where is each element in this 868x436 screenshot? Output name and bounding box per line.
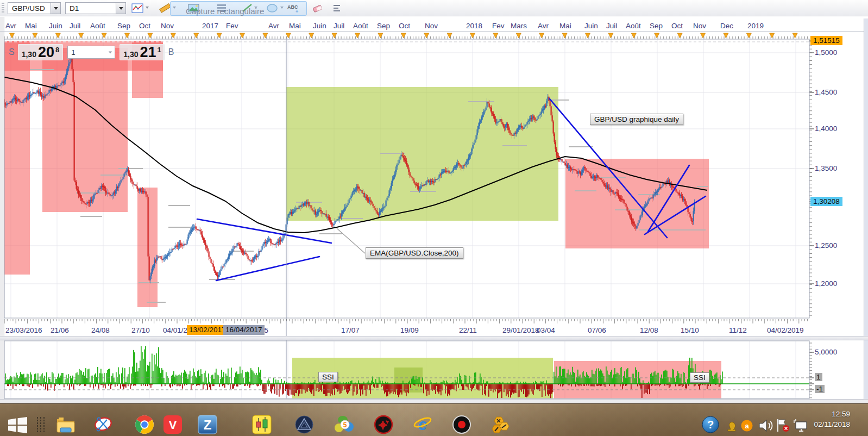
price-label: 1,2500 bbox=[815, 241, 837, 250]
chevron-down-icon[interactable] bbox=[116, 3, 125, 14]
buy-price[interactable]: 1,30 21 1 bbox=[119, 44, 165, 60]
buy-price-fraction: 1 bbox=[158, 46, 161, 54]
sell-price-base: 1,30 bbox=[22, 50, 36, 59]
price-axis-ticks bbox=[809, 41, 814, 398]
symbol-combo-value: GBP/USD bbox=[8, 4, 51, 13]
date-label: 04/01/2 bbox=[163, 326, 187, 334]
ssi-label-right[interactable]: SSI bbox=[690, 372, 709, 383]
signal-zones bbox=[4, 41, 709, 307]
snipping-tool-icon[interactable] bbox=[93, 415, 113, 434]
chevron-down-icon bbox=[109, 51, 112, 53]
date-tag-selected: 13/02/2017 bbox=[187, 325, 228, 335]
quantity-value: 1 bbox=[68, 48, 108, 57]
svg-text:a: a bbox=[745, 422, 749, 430]
flag-alert-icon[interactable] bbox=[776, 418, 791, 433]
svg-text:5: 5 bbox=[343, 421, 347, 429]
ssi-label-left[interactable]: SSI bbox=[318, 372, 338, 382]
ruler-icon bbox=[159, 3, 171, 14]
ssi-axis-tag: -1 bbox=[815, 385, 825, 393]
clock-time: 12:59 bbox=[798, 409, 850, 419]
daemon-tools-icon[interactable] bbox=[294, 415, 314, 434]
date-label: 07/06 bbox=[588, 326, 606, 334]
timeframe-combo-value: D1 bbox=[66, 4, 116, 13]
svg-text:Z: Z bbox=[204, 418, 212, 432]
symbol-combo[interactable]: GBP/USD bbox=[8, 2, 61, 14]
sell-price[interactable]: 1,30 20 8 bbox=[18, 44, 64, 60]
date-label: 04/02/2019 bbox=[767, 326, 804, 334]
panel-splitter[interactable] bbox=[0, 336, 868, 340]
buy-side-label: B bbox=[168, 47, 174, 57]
bottom-ruler bbox=[4, 319, 808, 323]
clock-date: 02/11/2018 bbox=[798, 419, 850, 429]
ema-label[interactable]: EMA(GBP/USD.Close,200) bbox=[366, 247, 463, 259]
buy-price-pips: 21 bbox=[140, 45, 156, 60]
ssi-axis-tag: 1 bbox=[815, 373, 822, 381]
date-label: 27/10 bbox=[131, 326, 150, 334]
start-button[interactable] bbox=[8, 416, 27, 436]
price-label: 1,3500 bbox=[815, 164, 837, 172]
hex-toolkit-icon[interactable] bbox=[490, 415, 510, 434]
price-label: 1,4500 bbox=[815, 88, 837, 96]
quote-box: S 1,30 20 8 1 1,30 21 1 B bbox=[7, 43, 176, 61]
gold-statue-icon[interactable] bbox=[725, 419, 739, 433]
z-app-icon[interactable]: Z bbox=[198, 415, 217, 434]
a-badge-icon[interactable]: a bbox=[741, 420, 753, 432]
toolbar-grip[interactable] bbox=[2, 3, 4, 14]
date-label: 12/08 bbox=[640, 326, 658, 334]
ssi-axis-label: 5,0000 bbox=[815, 348, 837, 356]
price-tag: 1,51515 bbox=[810, 36, 842, 45]
price-tag: 1,30208 bbox=[810, 197, 842, 206]
date-label: 23/03/2016 bbox=[5, 326, 42, 334]
help-icon[interactable]: ? bbox=[702, 416, 720, 434]
sell-price-pips: 20 bbox=[38, 45, 54, 60]
date-label: 19/09 bbox=[400, 326, 419, 334]
date-label: 03/04 bbox=[537, 326, 555, 334]
metatrader5-icon[interactable]: 5 bbox=[335, 415, 354, 434]
chrome-icon[interactable] bbox=[135, 415, 154, 434]
chevron-down-icon[interactable] bbox=[51, 3, 60, 14]
window-bottom-edge bbox=[0, 399, 868, 403]
svg-text:?: ? bbox=[707, 419, 714, 431]
capture-tooltip: Capture rectangulaire bbox=[186, 7, 264, 16]
svg-text:V: V bbox=[169, 418, 177, 432]
layout-icon bbox=[332, 3, 342, 13]
date-label: 29/01/2018 bbox=[502, 326, 539, 334]
date-label: 17/07 bbox=[341, 326, 360, 334]
vivaldi-icon[interactable]: V bbox=[163, 415, 183, 434]
top-ruler bbox=[4, 33, 808, 39]
eraser-icon bbox=[312, 3, 324, 13]
layout-button[interactable] bbox=[330, 2, 344, 15]
sell-price-fraction: 8 bbox=[55, 46, 59, 54]
date-tag-selected: 16/04/2017 bbox=[223, 325, 265, 335]
chart-type-icon bbox=[131, 3, 143, 13]
price-label: 1,4000 bbox=[815, 124, 837, 133]
vertical-scrollbar[interactable] bbox=[864, 18, 868, 403]
price-label: 1,2000 bbox=[815, 279, 837, 288]
screen-recorder-icon[interactable] bbox=[452, 415, 471, 434]
sell-side-label: S bbox=[9, 47, 15, 57]
price-label: 1,5000 bbox=[815, 48, 837, 57]
chart-type-button[interactable] bbox=[130, 2, 144, 15]
chevron-down-icon[interactable] bbox=[146, 7, 149, 9]
candlestick-app-icon[interactable] bbox=[252, 415, 272, 434]
date-label: 22/11 bbox=[459, 326, 477, 334]
buy-price-base: 1,30 bbox=[123, 50, 138, 59]
timeframe-combo[interactable]: D1 bbox=[65, 2, 126, 14]
taskbar-clock[interactable]: 12:59 02/11/2018 bbox=[798, 409, 850, 429]
internet-explorer-icon[interactable]: e bbox=[413, 415, 432, 434]
date-label: 21/06 bbox=[51, 326, 69, 334]
gear-utility-icon[interactable] bbox=[374, 415, 393, 434]
dots-grid-icon[interactable] bbox=[36, 416, 45, 433]
chart-title-label[interactable]: GBP/USD graphique daily bbox=[590, 114, 683, 125]
date-label: 24/08 bbox=[91, 326, 110, 334]
date-label: 11/12 bbox=[729, 326, 747, 334]
date-label: 15/10 bbox=[681, 326, 699, 334]
speaker-icon[interactable] bbox=[758, 419, 773, 433]
toolbar: GBP/USD D1 bbox=[0, 0, 868, 16]
eraser-button[interactable] bbox=[311, 2, 325, 15]
file-explorer-icon[interactable] bbox=[56, 415, 76, 434]
quantity-select[interactable]: 1 bbox=[67, 46, 115, 59]
